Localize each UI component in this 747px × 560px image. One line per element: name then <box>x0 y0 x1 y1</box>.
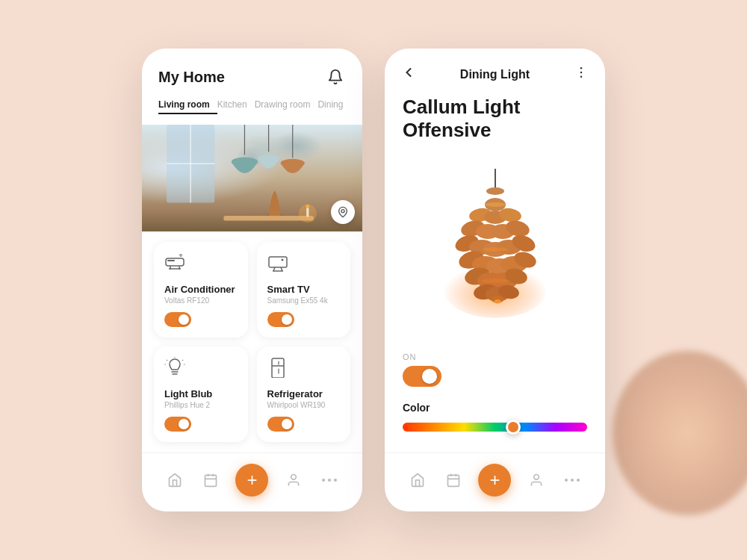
on-label: ON <box>403 352 587 361</box>
svg-rect-29 <box>272 358 284 378</box>
left-phone: My Home Living room Kitchen Drawing room… <box>142 49 362 511</box>
device-card-tv[interactable]: Smart TV Samsung Ex55 4k <box>257 242 351 337</box>
left-bottom-nav: + <box>142 452 362 511</box>
back-button[interactable] <box>401 65 416 84</box>
tv-icon <box>267 252 341 278</box>
calendar-nav-icon-right[interactable] <box>443 470 464 491</box>
controls-section: ON Color <box>385 352 605 445</box>
profile-nav-icon[interactable] <box>283 470 304 491</box>
room-tabs: Living room Kitchen Drawing room Dining <box>142 96 362 114</box>
svg-point-39 <box>328 479 331 482</box>
left-header: My Home <box>142 49 362 96</box>
fridge-icon <box>267 357 341 382</box>
tab-drawing-room[interactable]: Drawing room <box>255 96 318 114</box>
tv-model: Samsung Ex55 4k <box>267 296 341 305</box>
light-model: Phillips Hue 2 <box>164 401 238 409</box>
svg-rect-77 <box>447 475 459 486</box>
svg-line-26 <box>182 360 183 361</box>
svg-point-73 <box>483 247 508 252</box>
lightbulb-icon <box>164 357 238 382</box>
svg-point-37 <box>291 475 297 480</box>
svg-rect-16 <box>167 260 175 261</box>
more-options-icon[interactable] <box>574 65 589 84</box>
svg-point-74 <box>482 279 509 283</box>
svg-point-81 <box>534 475 539 480</box>
add-button[interactable]: + <box>235 464 268 497</box>
svg-point-84 <box>577 479 580 482</box>
svg-point-82 <box>565 479 568 482</box>
svg-point-13 <box>306 205 309 208</box>
fridge-name: Refrigerator <box>267 388 341 399</box>
color-slider-thumb <box>506 420 521 435</box>
location-icon[interactable] <box>331 200 355 224</box>
svg-rect-33 <box>205 475 216 486</box>
power-toggle[interactable] <box>403 366 441 387</box>
svg-point-83 <box>571 479 574 482</box>
color-label: Color <box>403 402 587 414</box>
ac-toggle[interactable] <box>164 312 191 327</box>
notification-bell-icon[interactable] <box>325 66 346 87</box>
devices-grid: Air Conditioner Voltas RF120 Smart TV Sa… <box>142 231 362 452</box>
ac-name: Air Conditioner <box>164 284 238 295</box>
light-title: Callum Light Offensive <box>385 96 605 142</box>
tab-kitchen[interactable]: Kitchen <box>217 96 255 114</box>
svg-point-23 <box>281 259 283 261</box>
right-bottom-nav: + <box>385 452 605 511</box>
ac-icon <box>164 252 238 278</box>
svg-rect-12 <box>306 208 309 217</box>
right-header: Dining Light <box>385 49 605 96</box>
svg-rect-15 <box>166 258 184 266</box>
svg-point-76 <box>494 299 501 304</box>
right-phone: Dining Light Callum Light Offensive <box>385 49 605 511</box>
fridge-toggle[interactable] <box>267 417 294 432</box>
tab-dining[interactable]: Dining <box>317 96 350 114</box>
device-card-fridge[interactable]: Refrigerator Whirlpool WR190 <box>257 346 351 442</box>
svg-point-38 <box>322 479 325 482</box>
svg-point-41 <box>580 67 583 69</box>
bg-decoration <box>613 351 747 515</box>
more-nav-icon-right[interactable] <box>562 470 583 491</box>
svg-point-40 <box>334 479 337 482</box>
more-nav-icon[interactable] <box>319 470 340 491</box>
tv-toggle[interactable] <box>267 312 294 327</box>
room-image <box>142 125 362 231</box>
svg-point-42 <box>580 72 583 74</box>
home-nav-icon-right[interactable] <box>407 470 428 491</box>
add-button-right[interactable]: + <box>478 464 511 497</box>
color-slider[interactable] <box>403 423 587 432</box>
calendar-nav-icon[interactable] <box>200 470 221 491</box>
lamp-illustration <box>392 149 598 352</box>
light-toggle[interactable] <box>164 417 191 432</box>
device-card-light[interactable]: Light Blub Phillips Hue 2 <box>154 346 248 442</box>
light-name: Light Blub <box>164 388 238 399</box>
svg-rect-19 <box>269 257 287 267</box>
svg-point-46 <box>486 187 504 195</box>
page-title: Dining Light <box>460 68 530 81</box>
svg-point-72 <box>485 202 506 207</box>
app-title: My Home <box>158 69 225 86</box>
ac-model: Voltas RF120 <box>164 296 238 305</box>
svg-point-14 <box>341 210 344 213</box>
profile-nav-icon-right[interactable] <box>526 470 547 491</box>
tab-living-room[interactable]: Living room <box>158 96 217 114</box>
fridge-model: Whirlpool WR190 <box>267 401 341 409</box>
svg-point-43 <box>580 76 583 78</box>
svg-line-25 <box>167 360 167 361</box>
device-card-ac[interactable]: Air Conditioner Voltas RF120 <box>154 242 248 337</box>
home-nav-icon[interactable] <box>164 470 185 491</box>
tv-name: Smart TV <box>267 284 341 295</box>
